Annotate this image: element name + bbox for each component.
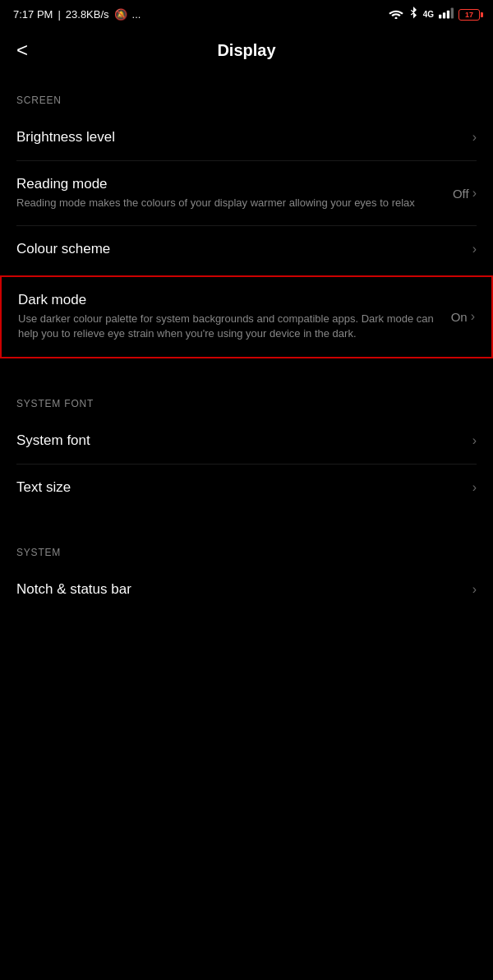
time: 7:17 PM [13, 8, 53, 21]
more-icon: ... [132, 8, 141, 21]
settings-item-reading-mode[interactable]: Reading modeReading mode makes the colou… [0, 161, 493, 225]
settings-item-left-brightness-level: Brightness level [16, 129, 472, 146]
network-speed-value: 23.8KB/s [66, 8, 109, 21]
section-header-system: SYSTEM [0, 530, 493, 566]
status-left: 7:17 PM | 23.8KB/s 🔕 ... [13, 8, 141, 21]
settings-item-right-colour-scheme: › [472, 242, 477, 257]
settings-item-right-text-size: › [472, 480, 477, 495]
settings-item-right-dark-mode: On› [451, 309, 475, 324]
settings-item-value-dark-mode: On [451, 310, 468, 324]
signal-bars-icon [439, 7, 454, 21]
svg-rect-4 [451, 7, 454, 18]
settings-item-subtitle-dark-mode: Use darker colour palette for system bac… [18, 312, 441, 341]
settings-item-dark-mode[interactable]: Dark modeUse darker colour palette for s… [0, 275, 493, 358]
settings-item-title-system-font: System font [16, 432, 463, 449]
chevron-icon-colour-scheme: › [472, 242, 477, 257]
bluetooth-icon [408, 7, 418, 22]
settings-item-title-text-size: Text size [16, 479, 463, 496]
section-gap-system-font [0, 511, 493, 530]
section-header-system-font: SYSTEM FONT [0, 381, 493, 418]
chevron-icon-reading-mode: › [472, 186, 477, 201]
settings-item-title-reading-mode: Reading mode [16, 176, 443, 192]
settings-item-system-font[interactable]: System font› [0, 418, 493, 464]
section-header-screen: SCREEN [0, 78, 493, 114]
status-right: 4G 17 [389, 7, 480, 22]
header: < Display [0, 27, 493, 78]
chevron-icon-dark-mode: › [471, 309, 475, 324]
chevron-icon-notch-status-bar: › [472, 582, 477, 597]
svg-rect-2 [443, 12, 445, 18]
chevron-icon-system-font: › [472, 433, 477, 448]
settings-item-right-system-font: › [472, 433, 477, 448]
settings-item-left-reading-mode: Reading modeReading mode makes the colou… [16, 176, 453, 210]
mute-icon: 🔕 [114, 8, 127, 21]
settings-item-left-colour-scheme: Colour scheme [16, 241, 472, 257]
settings-item-colour-scheme[interactable]: Colour scheme› [0, 226, 493, 272]
settings-item-left-notch-status-bar: Notch & status bar [16, 581, 472, 598]
settings-item-title-brightness-level: Brightness level [16, 129, 463, 146]
settings-item-notch-status-bar[interactable]: Notch & status bar› [0, 566, 493, 612]
settings-item-title-dark-mode: Dark mode [18, 292, 441, 308]
network-speed: | [58, 8, 60, 21]
settings-item-title-colour-scheme: Colour scheme [16, 241, 463, 257]
settings-item-value-reading-mode: Off [453, 187, 469, 201]
battery-icon: 17 [458, 9, 480, 21]
chevron-icon-text-size: › [472, 480, 477, 495]
wifi-icon [389, 7, 403, 21]
svg-point-0 [394, 17, 397, 20]
status-bar: 7:17 PM | 23.8KB/s 🔕 ... 4G [0, 0, 493, 27]
back-button[interactable]: < [16, 35, 35, 65]
settings-item-left-system-font: System font [16, 432, 472, 449]
data-icon: 4G [423, 10, 434, 19]
settings-item-left-text-size: Text size [16, 479, 472, 496]
svg-rect-3 [447, 11, 449, 19]
settings-item-brightness-level[interactable]: Brightness level› [0, 114, 493, 160]
svg-rect-1 [439, 15, 441, 19]
settings-item-subtitle-reading-mode: Reading mode makes the colours of your d… [16, 196, 443, 210]
settings-item-right-brightness-level: › [472, 130, 477, 145]
settings-content: SCREENBrightness level›Reading modeReadi… [0, 78, 493, 632]
settings-item-right-notch-status-bar: › [472, 582, 477, 597]
chevron-icon-brightness-level: › [472, 130, 477, 145]
page-title: Display [217, 41, 275, 60]
settings-item-left-dark-mode: Dark modeUse darker colour palette for s… [18, 292, 451, 341]
settings-item-text-size[interactable]: Text size› [0, 465, 493, 511]
settings-item-title-notch-status-bar: Notch & status bar [16, 581, 463, 598]
settings-item-right-reading-mode: Off› [453, 186, 477, 201]
section-gap-screen [0, 362, 493, 381]
section-gap-system [0, 612, 493, 632]
